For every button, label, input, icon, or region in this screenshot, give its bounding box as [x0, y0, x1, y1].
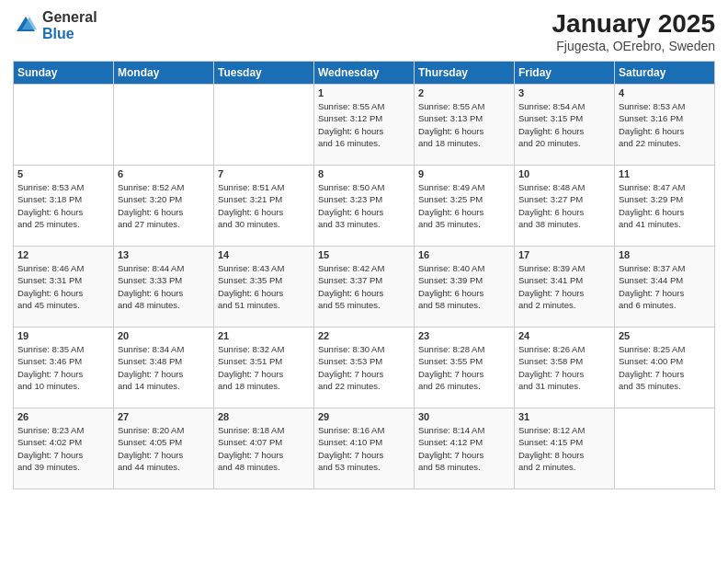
- day-number: 3: [518, 87, 610, 98]
- day-detail: Sunrise: 8:54 AMSunset: 3:15 PMDaylight:…: [518, 100, 610, 149]
- day-detail: Sunrise: 8:26 AMSunset: 3:58 PMDaylight:…: [518, 343, 610, 392]
- day-detail: Sunrise: 8:35 AMSunset: 3:46 PMDaylight:…: [17, 343, 109, 392]
- day-number: 31: [518, 411, 610, 422]
- day-number: 5: [17, 168, 109, 179]
- calendar-cell: 13Sunrise: 8:44 AMSunset: 3:33 PMDayligh…: [114, 247, 214, 327]
- calendar-cell: 8Sunrise: 8:50 AMSunset: 3:23 PMDaylight…: [314, 166, 415, 247]
- calendar-cell: 31Sunrise: 8:12 AMSunset: 4:15 PMDayligh…: [515, 408, 615, 489]
- calendar-cell: 21Sunrise: 8:32 AMSunset: 3:51 PMDayligh…: [214, 327, 314, 408]
- calendar-cell: [615, 408, 715, 489]
- day-number: 13: [118, 249, 210, 260]
- col-saturday: Saturday: [615, 62, 715, 85]
- calendar-cell: 19Sunrise: 8:35 AMSunset: 3:46 PMDayligh…: [14, 327, 114, 408]
- logo-text: General Blue: [42, 9, 97, 41]
- calendar-table: Sunday Monday Tuesday Wednesday Thursday…: [13, 61, 715, 489]
- day-number: 23: [418, 330, 510, 341]
- day-detail: Sunrise: 8:42 AMSunset: 3:37 PMDaylight:…: [318, 262, 410, 311]
- calendar-title: January 2025: [552, 9, 715, 39]
- calendar-cell: 10Sunrise: 8:48 AMSunset: 3:27 PMDayligh…: [515, 166, 615, 247]
- day-detail: Sunrise: 8:34 AMSunset: 3:48 PMDaylight:…: [118, 343, 210, 392]
- day-detail: Sunrise: 8:51 AMSunset: 3:21 PMDaylight:…: [218, 181, 310, 230]
- calendar-cell: 23Sunrise: 8:28 AMSunset: 3:55 PMDayligh…: [415, 327, 515, 408]
- calendar-cell: 27Sunrise: 8:20 AMSunset: 4:05 PMDayligh…: [114, 408, 214, 489]
- day-number: 16: [418, 249, 510, 260]
- day-detail: Sunrise: 8:37 AMSunset: 3:44 PMDaylight:…: [619, 262, 711, 311]
- day-number: 12: [17, 249, 109, 260]
- calendar-cell: 26Sunrise: 8:23 AMSunset: 4:02 PMDayligh…: [14, 408, 114, 489]
- day-number: 1: [318, 87, 410, 98]
- calendar-week-1: 1Sunrise: 8:55 AMSunset: 3:12 PMDaylight…: [14, 85, 715, 166]
- day-detail: Sunrise: 8:40 AMSunset: 3:39 PMDaylight:…: [418, 262, 510, 311]
- calendar-week-4: 19Sunrise: 8:35 AMSunset: 3:46 PMDayligh…: [14, 327, 715, 408]
- day-number: 26: [17, 411, 109, 422]
- col-monday: Monday: [114, 62, 214, 85]
- day-detail: Sunrise: 8:28 AMSunset: 3:55 PMDaylight:…: [418, 343, 510, 392]
- day-detail: Sunrise: 8:23 AMSunset: 4:02 PMDaylight:…: [17, 424, 109, 473]
- day-number: 30: [418, 411, 510, 422]
- calendar-cell: [114, 85, 214, 166]
- day-detail: Sunrise: 8:30 AMSunset: 3:53 PMDaylight:…: [318, 343, 410, 392]
- col-wednesday: Wednesday: [314, 62, 415, 85]
- calendar-cell: 5Sunrise: 8:53 AMSunset: 3:18 PMDaylight…: [14, 166, 114, 247]
- calendar-subtitle: Fjugesta, OErebro, Sweden: [552, 39, 715, 53]
- day-detail: Sunrise: 8:12 AMSunset: 4:15 PMDaylight:…: [518, 424, 610, 473]
- calendar-week-5: 26Sunrise: 8:23 AMSunset: 4:02 PMDayligh…: [14, 408, 715, 489]
- calendar-cell: [214, 85, 314, 166]
- calendar-cell: [14, 85, 114, 166]
- day-detail: Sunrise: 8:20 AMSunset: 4:05 PMDaylight:…: [118, 424, 210, 473]
- day-number: 11: [619, 168, 711, 179]
- calendar-cell: 3Sunrise: 8:54 AMSunset: 3:15 PMDaylight…: [515, 85, 615, 166]
- day-number: 27: [118, 411, 210, 422]
- calendar-cell: 16Sunrise: 8:40 AMSunset: 3:39 PMDayligh…: [415, 247, 515, 327]
- calendar-body: 1Sunrise: 8:55 AMSunset: 3:12 PMDaylight…: [14, 85, 715, 489]
- logo-blue: Blue: [42, 26, 97, 42]
- calendar-cell: 1Sunrise: 8:55 AMSunset: 3:12 PMDaylight…: [314, 85, 415, 166]
- day-detail: Sunrise: 8:48 AMSunset: 3:27 PMDaylight:…: [518, 181, 610, 230]
- calendar-header: Sunday Monday Tuesday Wednesday Thursday…: [14, 62, 715, 85]
- day-number: 6: [118, 168, 210, 179]
- logo: General Blue: [13, 9, 97, 41]
- calendar-cell: 12Sunrise: 8:46 AMSunset: 3:31 PMDayligh…: [14, 247, 114, 327]
- day-number: 2: [418, 87, 510, 98]
- logo-general: General: [42, 9, 97, 26]
- day-number: 21: [218, 330, 310, 341]
- calendar-cell: 20Sunrise: 8:34 AMSunset: 3:48 PMDayligh…: [114, 327, 214, 408]
- day-detail: Sunrise: 8:53 AMSunset: 3:18 PMDaylight:…: [17, 181, 109, 230]
- day-number: 4: [619, 87, 711, 98]
- calendar-cell: 29Sunrise: 8:16 AMSunset: 4:10 PMDayligh…: [314, 408, 415, 489]
- calendar-cell: 18Sunrise: 8:37 AMSunset: 3:44 PMDayligh…: [615, 247, 715, 327]
- day-number: 19: [17, 330, 109, 341]
- day-detail: Sunrise: 8:49 AMSunset: 3:25 PMDaylight:…: [418, 181, 510, 230]
- day-detail: Sunrise: 8:55 AMSunset: 3:13 PMDaylight:…: [418, 100, 510, 149]
- header: General Blue January 2025 Fjugesta, OEre…: [13, 9, 715, 53]
- day-number: 15: [318, 249, 410, 260]
- calendar-cell: 6Sunrise: 8:52 AMSunset: 3:20 PMDaylight…: [114, 166, 214, 247]
- calendar-cell: 4Sunrise: 8:53 AMSunset: 3:16 PMDaylight…: [615, 85, 715, 166]
- day-detail: Sunrise: 8:46 AMSunset: 3:31 PMDaylight:…: [17, 262, 109, 311]
- day-number: 24: [518, 330, 610, 341]
- calendar-cell: 7Sunrise: 8:51 AMSunset: 3:21 PMDaylight…: [214, 166, 314, 247]
- day-detail: Sunrise: 8:39 AMSunset: 3:41 PMDaylight:…: [518, 262, 610, 311]
- calendar-cell: 15Sunrise: 8:42 AMSunset: 3:37 PMDayligh…: [314, 247, 415, 327]
- day-detail: Sunrise: 8:14 AMSunset: 4:12 PMDaylight:…: [418, 424, 510, 473]
- day-detail: Sunrise: 8:16 AMSunset: 4:10 PMDaylight:…: [318, 424, 410, 473]
- calendar-cell: 2Sunrise: 8:55 AMSunset: 3:13 PMDaylight…: [415, 85, 515, 166]
- calendar-cell: 25Sunrise: 8:25 AMSunset: 4:00 PMDayligh…: [615, 327, 715, 408]
- day-number: 28: [218, 411, 310, 422]
- calendar-cell: 30Sunrise: 8:14 AMSunset: 4:12 PMDayligh…: [415, 408, 515, 489]
- calendar-cell: 28Sunrise: 8:18 AMSunset: 4:07 PMDayligh…: [214, 408, 314, 489]
- day-detail: Sunrise: 8:32 AMSunset: 3:51 PMDaylight:…: [218, 343, 310, 392]
- day-detail: Sunrise: 8:18 AMSunset: 4:07 PMDaylight:…: [218, 424, 310, 473]
- logo-icon: [13, 13, 39, 39]
- day-number: 10: [518, 168, 610, 179]
- day-detail: Sunrise: 8:50 AMSunset: 3:23 PMDaylight:…: [318, 181, 410, 230]
- header-row: Sunday Monday Tuesday Wednesday Thursday…: [14, 62, 715, 85]
- calendar-cell: 11Sunrise: 8:47 AMSunset: 3:29 PMDayligh…: [615, 166, 715, 247]
- col-thursday: Thursday: [415, 62, 515, 85]
- day-number: 8: [318, 168, 410, 179]
- day-detail: Sunrise: 8:47 AMSunset: 3:29 PMDaylight:…: [619, 181, 711, 230]
- day-detail: Sunrise: 8:43 AMSunset: 3:35 PMDaylight:…: [218, 262, 310, 311]
- col-sunday: Sunday: [14, 62, 114, 85]
- day-detail: Sunrise: 8:25 AMSunset: 4:00 PMDaylight:…: [619, 343, 711, 392]
- day-detail: Sunrise: 8:53 AMSunset: 3:16 PMDaylight:…: [619, 100, 711, 149]
